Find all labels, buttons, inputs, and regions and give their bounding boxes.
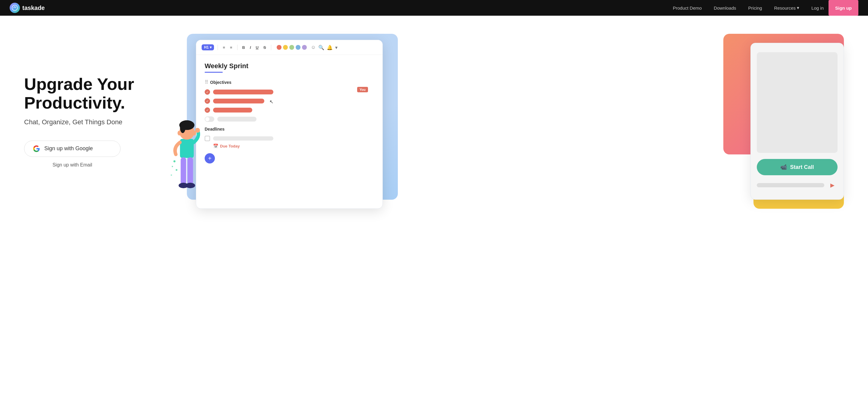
svg-rect-7 (187, 157, 193, 184)
send-button[interactable]: ▶ (827, 180, 838, 190)
signup-button[interactable]: Sign up (829, 0, 858, 16)
svg-point-13 (170, 174, 172, 176)
nav-resources[interactable]: Resources ▾ (774, 5, 799, 10)
indent-left-button[interactable]: ≡ (221, 45, 226, 50)
color-blue[interactable] (296, 45, 301, 50)
start-call-button[interactable]: 📹 Start Call (757, 159, 838, 175)
toolbar-divider (218, 45, 218, 50)
italic-button[interactable]: I (249, 45, 252, 50)
logo-text: taskade (22, 4, 45, 11)
deadline-checkbox[interactable] (205, 136, 210, 141)
task-bar-3 (213, 108, 252, 113)
chevron-down-icon: ▾ (797, 5, 799, 10)
you-badge: You (357, 87, 368, 92)
svg-point-9 (185, 183, 195, 188)
login-button[interactable]: Log in (811, 5, 824, 10)
objectives-section-label: ⠿ Objectives (205, 79, 374, 85)
h1-button[interactable]: H1 ▾ (202, 44, 214, 50)
video-card: 📹 Start Call ▶ (750, 43, 844, 200)
navbar-links: Product Demo Downloads Pricing Resources… (673, 5, 799, 10)
add-task-button[interactable]: + (205, 153, 215, 164)
nav-pricing[interactable]: Pricing (748, 5, 762, 10)
task-card: H1 ▾ ≡ ≡ B I U S ☺ (196, 40, 383, 209)
video-placeholder (757, 52, 838, 153)
card-title: Weekly Sprint (205, 62, 374, 70)
card-toolbar: H1 ▾ ≡ ≡ B I U S ☺ (196, 40, 382, 55)
google-signup-button[interactable]: Sign up with Google (24, 141, 121, 157)
video-camera-icon: 📹 (780, 164, 787, 170)
character-illustration (169, 106, 205, 203)
calendar-icon: 📅 (213, 144, 218, 148)
navbar: taskade Product Demo Downloads Pricing R… (0, 0, 868, 16)
color-picker[interactable] (277, 45, 307, 50)
cursor-indicator: ↖ (270, 99, 273, 105)
logo-icon (10, 3, 20, 13)
nav-product-demo[interactable]: Product Demo (673, 5, 702, 10)
underline-button[interactable]: U (255, 45, 260, 50)
color-green[interactable] (289, 45, 294, 50)
deadline-bar (213, 136, 273, 141)
task-checkbox-2[interactable] (205, 98, 210, 104)
hero-subtitle: Chat, Organize, Get Things Done (24, 118, 151, 126)
chevron-down-icon: ▾ (210, 45, 212, 50)
color-red[interactable] (277, 45, 281, 50)
chevron-down-icon[interactable]: ▾ (335, 45, 338, 50)
svg-point-12 (176, 169, 178, 171)
video-input-row: ▶ (757, 180, 838, 190)
toolbar-divider3 (271, 45, 271, 50)
task-item-1: You (205, 89, 374, 95)
card-body: Weekly Sprint ⠿ Objectives You (196, 55, 382, 171)
title-underline (205, 72, 223, 73)
color-purple[interactable] (302, 45, 307, 50)
hero-title: Upgrade Your Productivity. (24, 75, 151, 112)
svg-point-0 (12, 5, 18, 10)
bell-icon[interactable]: 🔔 (327, 45, 333, 50)
toolbar-divider2 (237, 45, 238, 50)
svg-point-10 (173, 160, 176, 162)
toggle-switch[interactable] (205, 116, 214, 122)
svg-point-11 (172, 166, 173, 167)
deadlines-section-label: Deadlines (205, 127, 374, 132)
task-item-2: ↖ (205, 98, 374, 104)
nav-downloads[interactable]: Downloads (714, 5, 736, 10)
drag-icon: ⠿ (205, 79, 208, 85)
task-bar-gray (217, 117, 256, 122)
search-icon[interactable]: 🔍 (318, 45, 324, 50)
bold-button[interactable]: B (241, 45, 246, 50)
email-signup-link[interactable]: Sign up with Email (24, 162, 121, 168)
svg-rect-1 (180, 139, 194, 158)
svg-point-4 (180, 122, 185, 133)
navbar-auth: Log in Sign up (811, 0, 858, 16)
strike-button[interactable]: S (262, 45, 267, 50)
deadline-item-1 (205, 136, 374, 141)
hero-right: H1 ▾ ≡ ≡ B I U S ☺ (169, 34, 844, 209)
task-bar-1 (213, 90, 273, 94)
emoji-icon[interactable]: ☺ (311, 45, 316, 50)
color-yellow[interactable] (283, 45, 288, 50)
due-today-badge: 📅 Due Today (213, 144, 374, 148)
hero-left: Upgrade Your Productivity. Chat, Organiz… (24, 75, 151, 167)
toggle-item (205, 116, 374, 122)
svg-rect-6 (181, 157, 186, 184)
task-bar-2 (213, 99, 264, 104)
task-checkbox-1[interactable] (205, 89, 210, 95)
chat-input-bar (757, 183, 824, 187)
indent-right-button[interactable]: ≡ (229, 45, 234, 50)
google-icon (33, 145, 40, 152)
svg-point-14 (193, 130, 196, 136)
task-item-3 (205, 107, 374, 113)
hero-section: Upgrade Your Productivity. Chat, Organiz… (0, 16, 868, 227)
svg-point-15 (178, 130, 181, 136)
deadlines-section: Deadlines 📅 Due Today (205, 127, 374, 148)
logo[interactable]: taskade (10, 3, 45, 13)
task-checkbox-3[interactable] (205, 107, 210, 113)
